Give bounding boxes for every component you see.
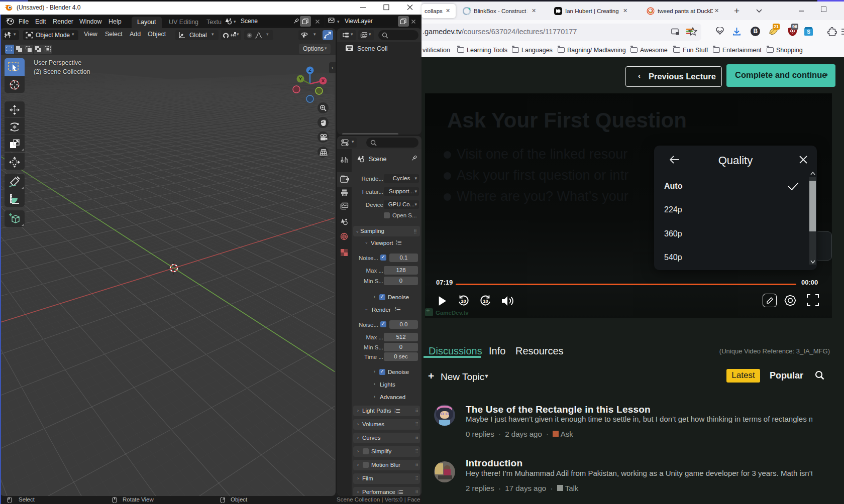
svg-text:10: 10	[461, 298, 466, 304]
svg-text:Y: Y	[299, 76, 302, 81]
svg-text:S: S	[807, 29, 810, 35]
svg-text:Z: Z	[308, 67, 311, 73]
svg-text:10: 10	[483, 298, 488, 304]
svg-text:X: X	[322, 78, 325, 83]
